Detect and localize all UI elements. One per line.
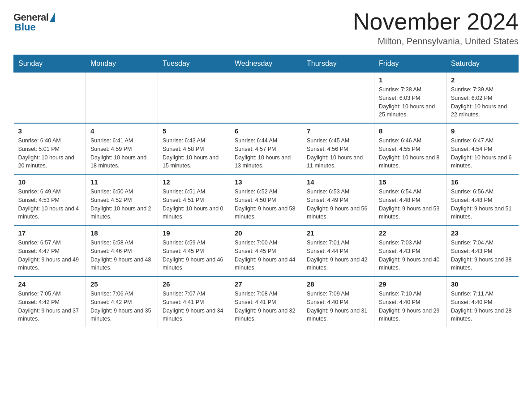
calendar-cell: 23Sunrise: 7:04 AM Sunset: 4:43 PM Dayli… bbox=[446, 225, 519, 276]
day-sun-info: Sunrise: 6:46 AM Sunset: 4:55 PM Dayligh… bbox=[379, 137, 442, 170]
location-text: Milton, Pennsylvania, United States bbox=[353, 36, 519, 47]
calendar-cell: 21Sunrise: 7:01 AM Sunset: 4:44 PM Dayli… bbox=[302, 225, 374, 276]
day-sun-info: Sunrise: 6:41 AM Sunset: 4:59 PM Dayligh… bbox=[90, 137, 153, 170]
calendar-cell: 26Sunrise: 7:07 AM Sunset: 4:41 PM Dayli… bbox=[158, 276, 230, 327]
calendar-cell: 4Sunrise: 6:41 AM Sunset: 4:59 PM Daylig… bbox=[86, 123, 158, 174]
day-sun-info: Sunrise: 7:11 AM Sunset: 4:40 PM Dayligh… bbox=[451, 290, 514, 323]
day-number: 12 bbox=[163, 178, 225, 186]
calendar-cell: 28Sunrise: 7:09 AM Sunset: 4:40 PM Dayli… bbox=[302, 276, 374, 327]
calendar-cell: 20Sunrise: 7:00 AM Sunset: 4:45 PM Dayli… bbox=[230, 225, 302, 276]
calendar-cell: 2Sunrise: 7:39 AM Sunset: 6:02 PM Daylig… bbox=[446, 73, 519, 124]
day-number: 23 bbox=[451, 229, 514, 237]
calendar-cell: 16Sunrise: 6:56 AM Sunset: 4:48 PM Dayli… bbox=[446, 174, 519, 225]
calendar-body: 1Sunrise: 7:38 AM Sunset: 6:03 PM Daylig… bbox=[14, 73, 519, 327]
day-number: 20 bbox=[235, 229, 297, 237]
day-of-week-header: Monday bbox=[86, 55, 158, 73]
calendar-cell: 11Sunrise: 6:50 AM Sunset: 4:52 PM Dayli… bbox=[86, 174, 158, 225]
day-of-week-header: Saturday bbox=[446, 55, 519, 73]
day-number: 28 bbox=[307, 280, 369, 288]
calendar-week-row: 24Sunrise: 7:05 AM Sunset: 4:42 PM Dayli… bbox=[14, 276, 519, 327]
day-sun-info: Sunrise: 6:52 AM Sunset: 4:50 PM Dayligh… bbox=[235, 188, 297, 221]
day-number: 3 bbox=[18, 127, 82, 135]
day-sun-info: Sunrise: 7:38 AM Sunset: 6:03 PM Dayligh… bbox=[379, 86, 442, 119]
calendar-cell: 15Sunrise: 6:54 AM Sunset: 4:48 PM Dayli… bbox=[374, 174, 446, 225]
day-sun-info: Sunrise: 7:07 AM Sunset: 4:41 PM Dayligh… bbox=[163, 290, 225, 323]
day-number: 21 bbox=[307, 229, 369, 237]
calendar-header: SundayMondayTuesdayWednesdayThursdayFrid… bbox=[14, 55, 519, 73]
day-sun-info: Sunrise: 7:10 AM Sunset: 4:40 PM Dayligh… bbox=[379, 290, 442, 323]
day-number: 17 bbox=[18, 229, 82, 237]
calendar-cell: 25Sunrise: 7:06 AM Sunset: 4:42 PM Dayli… bbox=[86, 276, 158, 327]
day-sun-info: Sunrise: 6:44 AM Sunset: 4:57 PM Dayligh… bbox=[235, 137, 297, 170]
calendar-cell: 22Sunrise: 7:03 AM Sunset: 4:43 PM Dayli… bbox=[374, 225, 446, 276]
day-sun-info: Sunrise: 7:00 AM Sunset: 4:45 PM Dayligh… bbox=[235, 239, 297, 272]
days-of-week-row: SundayMondayTuesdayWednesdayThursdayFrid… bbox=[14, 55, 519, 73]
day-number: 1 bbox=[379, 76, 442, 84]
day-sun-info: Sunrise: 6:54 AM Sunset: 4:48 PM Dayligh… bbox=[379, 188, 442, 221]
day-sun-info: Sunrise: 6:59 AM Sunset: 4:45 PM Dayligh… bbox=[163, 239, 225, 272]
day-of-week-header: Tuesday bbox=[158, 55, 230, 73]
day-number: 9 bbox=[451, 127, 514, 135]
day-number: 5 bbox=[163, 127, 225, 135]
day-sun-info: Sunrise: 6:56 AM Sunset: 4:48 PM Dayligh… bbox=[451, 188, 514, 221]
calendar-cell: 1Sunrise: 7:38 AM Sunset: 6:03 PM Daylig… bbox=[374, 73, 446, 124]
day-of-week-header: Sunday bbox=[14, 55, 86, 73]
day-sun-info: Sunrise: 7:05 AM Sunset: 4:42 PM Dayligh… bbox=[18, 290, 82, 323]
day-sun-info: Sunrise: 7:09 AM Sunset: 4:40 PM Dayligh… bbox=[307, 290, 369, 323]
day-number: 8 bbox=[379, 127, 442, 135]
day-number: 25 bbox=[90, 280, 153, 288]
day-number: 4 bbox=[90, 127, 153, 135]
calendar-cell: 9Sunrise: 6:47 AM Sunset: 4:54 PM Daylig… bbox=[446, 123, 519, 174]
calendar-cell bbox=[86, 73, 158, 124]
day-number: 11 bbox=[90, 178, 153, 186]
day-sun-info: Sunrise: 6:40 AM Sunset: 5:01 PM Dayligh… bbox=[18, 137, 82, 170]
day-number: 22 bbox=[379, 229, 442, 237]
day-number: 15 bbox=[379, 178, 442, 186]
day-sun-info: Sunrise: 6:43 AM Sunset: 4:58 PM Dayligh… bbox=[163, 137, 225, 170]
day-sun-info: Sunrise: 6:58 AM Sunset: 4:46 PM Dayligh… bbox=[90, 239, 153, 272]
logo: General Blue bbox=[13, 12, 55, 33]
calendar-cell: 24Sunrise: 7:05 AM Sunset: 4:42 PM Dayli… bbox=[14, 276, 86, 327]
logo-blue-text: Blue bbox=[14, 21, 36, 33]
day-sun-info: Sunrise: 6:57 AM Sunset: 4:47 PM Dayligh… bbox=[18, 239, 82, 272]
calendar-cell: 29Sunrise: 7:10 AM Sunset: 4:40 PM Dayli… bbox=[374, 276, 446, 327]
day-number: 2 bbox=[451, 76, 514, 84]
calendar-cell: 13Sunrise: 6:52 AM Sunset: 4:50 PM Dayli… bbox=[230, 174, 302, 225]
calendar-week-row: 3Sunrise: 6:40 AM Sunset: 5:01 PM Daylig… bbox=[14, 123, 519, 174]
calendar-cell: 7Sunrise: 6:45 AM Sunset: 4:56 PM Daylig… bbox=[302, 123, 374, 174]
calendar-cell: 6Sunrise: 6:44 AM Sunset: 4:57 PM Daylig… bbox=[230, 123, 302, 174]
calendar-cell: 30Sunrise: 7:11 AM Sunset: 4:40 PM Dayli… bbox=[446, 276, 519, 327]
day-sun-info: Sunrise: 7:01 AM Sunset: 4:44 PM Dayligh… bbox=[307, 239, 369, 272]
calendar-cell bbox=[158, 73, 230, 124]
day-sun-info: Sunrise: 6:53 AM Sunset: 4:49 PM Dayligh… bbox=[307, 188, 369, 221]
day-number: 19 bbox=[163, 229, 225, 237]
calendar-cell bbox=[230, 73, 302, 124]
day-sun-info: Sunrise: 7:04 AM Sunset: 4:43 PM Dayligh… bbox=[451, 239, 514, 272]
day-sun-info: Sunrise: 6:50 AM Sunset: 4:52 PM Dayligh… bbox=[90, 188, 153, 221]
logo-triangle-icon bbox=[50, 12, 55, 22]
day-number: 30 bbox=[451, 280, 514, 288]
calendar-cell: 14Sunrise: 6:53 AM Sunset: 4:49 PM Dayli… bbox=[302, 174, 374, 225]
calendar-week-row: 1Sunrise: 7:38 AM Sunset: 6:03 PM Daylig… bbox=[14, 73, 519, 124]
day-number: 7 bbox=[307, 127, 369, 135]
calendar-week-row: 10Sunrise: 6:49 AM Sunset: 4:53 PM Dayli… bbox=[14, 174, 519, 225]
calendar-cell: 17Sunrise: 6:57 AM Sunset: 4:47 PM Dayli… bbox=[14, 225, 86, 276]
day-number: 24 bbox=[18, 280, 82, 288]
calendar-cell bbox=[14, 73, 86, 124]
day-number: 10 bbox=[18, 178, 82, 186]
title-block: November 2024 Milton, Pennsylvania, Unit… bbox=[353, 9, 519, 47]
day-number: 14 bbox=[307, 178, 369, 186]
calendar-cell: 3Sunrise: 6:40 AM Sunset: 5:01 PM Daylig… bbox=[14, 123, 86, 174]
calendar-cell: 12Sunrise: 6:51 AM Sunset: 4:51 PM Dayli… bbox=[158, 174, 230, 225]
day-sun-info: Sunrise: 7:06 AM Sunset: 4:42 PM Dayligh… bbox=[90, 290, 153, 323]
calendar-cell: 18Sunrise: 6:58 AM Sunset: 4:46 PM Dayli… bbox=[86, 225, 158, 276]
calendar-table: SundayMondayTuesdayWednesdayThursdayFrid… bbox=[13, 55, 519, 327]
day-of-week-header: Friday bbox=[374, 55, 446, 73]
page-header: General Blue November 2024 Milton, Penns… bbox=[13, 9, 519, 47]
day-number: 13 bbox=[235, 178, 297, 186]
day-sun-info: Sunrise: 6:49 AM Sunset: 4:53 PM Dayligh… bbox=[18, 188, 82, 221]
day-of-week-header: Thursday bbox=[302, 55, 374, 73]
day-sun-info: Sunrise: 7:08 AM Sunset: 4:41 PM Dayligh… bbox=[235, 290, 297, 323]
day-number: 18 bbox=[90, 229, 153, 237]
calendar-cell: 10Sunrise: 6:49 AM Sunset: 4:53 PM Dayli… bbox=[14, 174, 86, 225]
